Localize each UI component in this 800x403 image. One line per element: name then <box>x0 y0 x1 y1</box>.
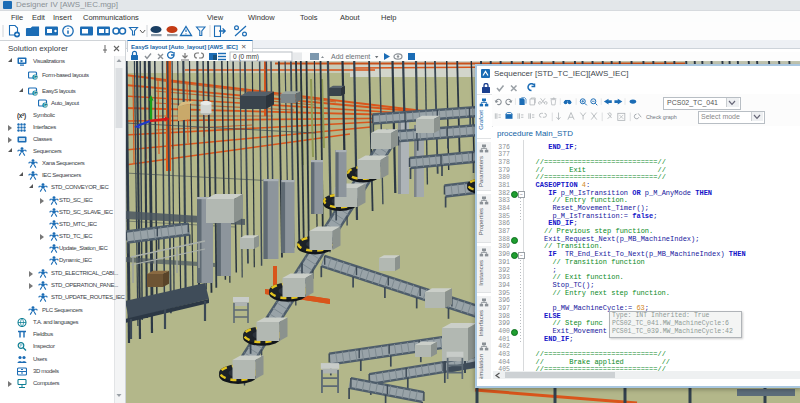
svg-text:(x²): (x²) <box>17 112 26 120</box>
svg-text:0 (0 mm): 0 (0 mm) <box>233 53 259 61</box>
svg-text:Add element: Add element <box>331 53 370 60</box>
svg-text:Check graph: Check graph <box>646 114 677 120</box>
